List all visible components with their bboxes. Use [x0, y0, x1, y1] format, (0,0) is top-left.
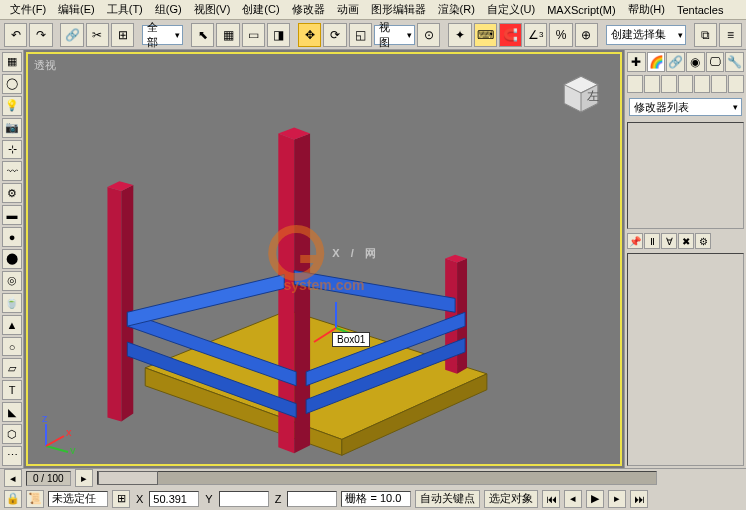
- angle-snap-button[interactable]: ∠3: [524, 23, 547, 47]
- tool-cylinder-icon[interactable]: ⬤: [2, 249, 22, 269]
- tab-helpers-icon[interactable]: ⊹: [2, 140, 22, 160]
- selection-set-combo[interactable]: 创建选择集: [606, 25, 686, 45]
- menu-edit[interactable]: 编辑(E): [52, 0, 101, 19]
- redo-button[interactable]: ↷: [29, 23, 52, 47]
- tab-modify-panel[interactable]: 🌈: [647, 52, 666, 72]
- y-field[interactable]: [219, 491, 269, 507]
- tab-shapes-icon[interactable]: ◯: [2, 74, 22, 94]
- tab-systems-icon[interactable]: ⚙: [2, 183, 22, 203]
- goto-end-icon[interactable]: ⏭: [630, 490, 648, 508]
- menu-graph[interactable]: 图形编辑器: [365, 0, 432, 19]
- time-slider[interactable]: [98, 471, 158, 485]
- timeline-prev-icon[interactable]: ◂: [4, 469, 22, 487]
- z-field[interactable]: [287, 491, 337, 507]
- tab-lights-icon[interactable]: 💡: [2, 96, 22, 116]
- tab-display-panel[interactable]: 🖵: [706, 52, 725, 72]
- viewcube-icon[interactable]: 左: [560, 72, 602, 114]
- sub-icon-6[interactable]: [711, 75, 727, 93]
- scene-content: [28, 54, 620, 465]
- snap-button[interactable]: 🧲: [499, 23, 522, 47]
- goto-start-icon[interactable]: ⏮: [542, 490, 560, 508]
- select-button[interactable]: ⬉: [191, 23, 214, 47]
- sub-icon-7[interactable]: [728, 75, 744, 93]
- svg-marker-22: [127, 275, 284, 327]
- pivot-button[interactable]: ⊙: [417, 23, 440, 47]
- time-track[interactable]: [97, 471, 657, 485]
- tab-spacewarps-icon[interactable]: 〰: [2, 161, 22, 181]
- timeline-next-icon[interactable]: ▸: [75, 469, 93, 487]
- tool-tube-icon[interactable]: ○: [2, 337, 22, 357]
- main-toolbar: ↶ ↷ 🔗 ✂ ⊞ 全部 ⬉ ▦ ▭ ◨ ✥ ⟳ ◱ 视图 ⊙ ✦ ⌨ 🧲 ∠3…: [0, 20, 746, 50]
- modifier-list-combo[interactable]: 修改器列表: [629, 98, 742, 116]
- selection-filter-combo[interactable]: 全部: [142, 25, 183, 45]
- move-gizmo-icon[interactable]: [306, 298, 366, 358]
- lock-selection-icon[interactable]: 🔒: [4, 490, 22, 508]
- selected-obj-button[interactable]: 选定对象: [484, 490, 538, 508]
- tab-motion-panel[interactable]: ◉: [686, 52, 705, 72]
- move-button[interactable]: ✥: [298, 23, 321, 47]
- play-icon[interactable]: ▶: [586, 490, 604, 508]
- tool-torus-icon[interactable]: ◎: [2, 271, 22, 291]
- tab-create-icon[interactable]: ▦: [2, 52, 22, 72]
- menu-group[interactable]: 组(G): [149, 0, 188, 19]
- sub-icon-1[interactable]: [627, 75, 643, 93]
- tab-utilities-panel[interactable]: 🔧: [725, 52, 744, 72]
- script-listener-icon[interactable]: 📜: [26, 490, 44, 508]
- show-end-button[interactable]: Ⅱ: [644, 233, 660, 249]
- sub-icon-3[interactable]: [661, 75, 677, 93]
- rotate-button[interactable]: ⟳: [323, 23, 346, 47]
- unique-button[interactable]: ∀: [661, 233, 677, 249]
- autokey-button[interactable]: 自动关键点: [415, 490, 480, 508]
- coord-display-icon[interactable]: ⊞: [112, 490, 130, 508]
- tab-create-panel[interactable]: ✚: [627, 52, 646, 72]
- pin-stack-button[interactable]: 📌: [627, 233, 643, 249]
- scale-button[interactable]: ◱: [349, 23, 372, 47]
- menu-tools[interactable]: 工具(T): [101, 0, 149, 19]
- window-crossing-button[interactable]: ◨: [267, 23, 290, 47]
- tool-pyramid-icon[interactable]: ◣: [2, 402, 22, 422]
- tool-misc-icon[interactable]: ⋯: [2, 446, 22, 466]
- sub-icon-2[interactable]: [644, 75, 660, 93]
- remove-mod-button[interactable]: ✖: [678, 233, 694, 249]
- perspective-viewport[interactable]: 透视 左: [26, 52, 622, 466]
- configure-button[interactable]: ⚙: [695, 233, 711, 249]
- menu-customize[interactable]: 自定义(U): [481, 0, 541, 19]
- menu-render[interactable]: 渲染(R): [432, 0, 481, 19]
- menu-file[interactable]: 文件(F): [4, 0, 52, 19]
- next-frame-icon[interactable]: ▸: [608, 490, 626, 508]
- manipulate-button[interactable]: ✦: [448, 23, 471, 47]
- tool-text-icon[interactable]: T: [2, 380, 22, 400]
- tool-cone-icon[interactable]: ▲: [2, 315, 22, 335]
- select-region-button[interactable]: ▭: [242, 23, 265, 47]
- tab-hierarchy-panel[interactable]: 🔗: [666, 52, 685, 72]
- unlink-button[interactable]: ✂: [86, 23, 109, 47]
- align-button[interactable]: ≡: [719, 23, 742, 47]
- tool-geosphere-icon[interactable]: ⬡: [2, 424, 22, 444]
- tool-plane-icon[interactable]: ▱: [2, 358, 22, 378]
- undo-button[interactable]: ↶: [4, 23, 27, 47]
- menu-animation[interactable]: 动画: [331, 0, 365, 19]
- menu-create[interactable]: 创建(C): [236, 0, 285, 19]
- percent-snap-button[interactable]: %: [549, 23, 572, 47]
- tool-teapot-icon[interactable]: 🍵: [2, 293, 22, 313]
- modifier-stack[interactable]: [627, 122, 744, 229]
- keyboard-shortcut-button[interactable]: ⌨: [474, 23, 497, 47]
- link-button[interactable]: 🔗: [60, 23, 83, 47]
- tool-box-icon[interactable]: ▬: [2, 205, 22, 225]
- tool-sphere-icon[interactable]: ●: [2, 227, 22, 247]
- menu-modifiers[interactable]: 修改器: [286, 0, 331, 19]
- menu-views[interactable]: 视图(V): [188, 0, 237, 19]
- sub-icon-5[interactable]: [694, 75, 710, 93]
- mirror-button[interactable]: ⧉: [694, 23, 717, 47]
- x-field[interactable]: 50.391: [149, 491, 199, 507]
- select-name-button[interactable]: ▦: [216, 23, 239, 47]
- menu-tentacles[interactable]: Tentacles: [671, 2, 729, 18]
- tab-cameras-icon[interactable]: 📷: [2, 118, 22, 138]
- bind-button[interactable]: ⊞: [111, 23, 134, 47]
- sub-icon-4[interactable]: [678, 75, 694, 93]
- prev-frame-icon[interactable]: ◂: [564, 490, 582, 508]
- menu-help[interactable]: 帮助(H): [622, 0, 671, 19]
- spinner-snap-button[interactable]: ⊕: [575, 23, 598, 47]
- menu-maxscript[interactable]: MAXScript(M): [541, 2, 621, 18]
- ref-coord-combo[interactable]: 视图: [374, 25, 415, 45]
